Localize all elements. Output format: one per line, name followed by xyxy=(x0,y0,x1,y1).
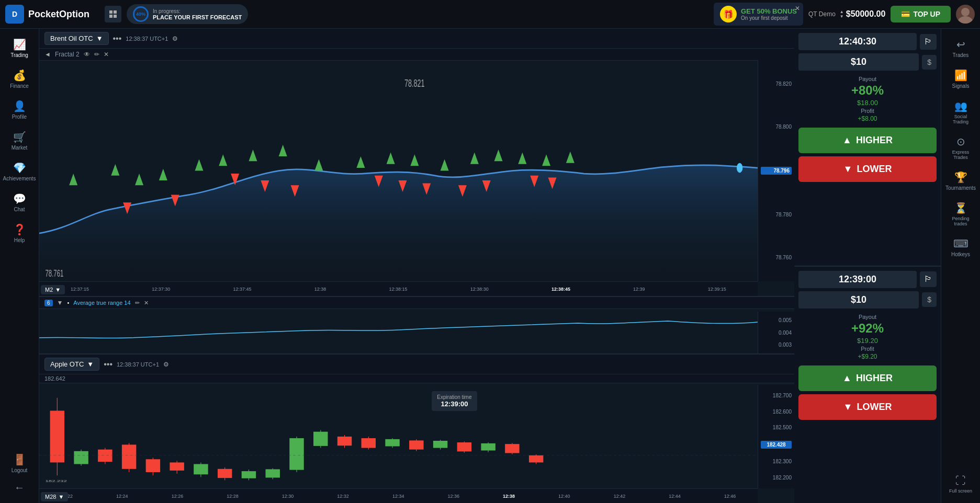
chart2-more-button[interactable]: ••• xyxy=(104,360,112,369)
time5: 12:38:15 xyxy=(389,287,407,292)
higher1-label: HIGHER xyxy=(856,135,893,146)
chart2-p3: 182.500 xyxy=(761,425,792,430)
fullscreen-icon: ⛶ xyxy=(955,475,966,487)
ch2-t9: 12:38 xyxy=(503,494,515,499)
indicator-collapse-btn[interactable]: ◄ xyxy=(44,51,51,58)
svg-marker-14 xyxy=(249,150,257,161)
svg-marker-21 xyxy=(470,153,479,164)
atr-toolbar: 6 ▼ • Average true range 14 ✏ ✕ xyxy=(39,297,794,309)
trade2-currency-btn[interactable]: $ xyxy=(922,292,937,307)
sidebar-item-pending-trades[interactable]: ⏳ Pending trades xyxy=(944,198,978,231)
sidebar-item-logout[interactable]: 🚪 Logout xyxy=(3,449,37,477)
expiration-tooltip: Expiration time 12:39:00 xyxy=(432,391,477,411)
sidebar-item-market[interactable]: 🛒 Market xyxy=(3,127,37,155)
trade1-lower-btn[interactable]: ▼ LOWER xyxy=(798,156,937,182)
svg-rect-56 xyxy=(218,469,232,478)
time3: 12:37:45 xyxy=(233,287,252,292)
trade2-flag-btn[interactable]: 🏳 xyxy=(920,271,937,287)
time9: 12:39:15 xyxy=(708,287,726,292)
chart1-settings-icon[interactable]: ⚙ xyxy=(172,35,178,42)
chart2-canvas: 182.232 xyxy=(39,385,758,488)
higher2-label: HIGHER xyxy=(856,373,893,384)
trade1-higher-btn[interactable]: ▲ HIGHER xyxy=(798,128,937,153)
fullscreen-label: Full screen xyxy=(949,488,972,494)
trade2-payout-amount: $19.20 xyxy=(857,337,878,345)
pending-trades-label: Pending trades xyxy=(947,216,975,226)
bonus-close-button[interactable]: ✕ xyxy=(795,5,800,12)
svg-marker-16 xyxy=(314,159,323,170)
sidebar-item-hotkeys[interactable]: ⌨ Hotkeys xyxy=(944,233,978,261)
lower2-icon: ▼ xyxy=(843,402,853,413)
profile-label: Profile xyxy=(12,114,27,120)
bonus-banner: 🎁 GET 50% BONUS On your first deposit ✕ xyxy=(714,3,803,26)
ch2-t10: 12:40 xyxy=(558,494,570,499)
sidebar-item-finance[interactable]: 💰 Finance xyxy=(3,65,37,93)
trade-panel-2: 12:39:00 🏳 $10 $ Payout +92% $19.20 Prof… xyxy=(794,267,941,504)
chart1-panel: Brent Oil OTC ▼ ••• 12:38:37 UTC+1 ⚙ ◄ F… xyxy=(39,29,794,297)
sidebar-item-signals[interactable]: 📶 Signals xyxy=(944,65,978,93)
chart2-panel: Apple OTC ▼ ••• 12:38:37 UTC+1 ⚙ 182.642 xyxy=(39,355,794,503)
sidebar-item-achievements[interactable]: 💎 Achievements xyxy=(3,157,37,186)
indicator-visibility-icon[interactable]: 👁 xyxy=(84,51,90,58)
sidebar-item-express-trades[interactable]: ⊙ Express Trades xyxy=(944,131,978,164)
trades-icon: ↩ xyxy=(956,38,965,51)
atr-price-scale: 0.005 0.004 0.003 xyxy=(758,312,794,353)
svg-rect-4 xyxy=(109,15,112,18)
tournaments-icon: 🏆 xyxy=(954,171,967,184)
topup-button[interactable]: 💳 TOP UP xyxy=(891,6,951,22)
chart2-settings-icon[interactable]: ⚙ xyxy=(163,361,169,368)
trade1-flag-btn[interactable]: 🏳 xyxy=(920,34,937,50)
trade1-time-row: 12:40:30 🏳 xyxy=(798,33,937,50)
svg-rect-48 xyxy=(122,445,136,469)
chart2-timeframe-btn[interactable]: M28 ▼ xyxy=(41,492,68,501)
atr-delete-icon[interactable]: ✕ xyxy=(144,300,149,306)
sidebar-item-fullscreen[interactable]: ⛶ Full screen xyxy=(944,471,978,498)
hotkeys-icon: ⌨ xyxy=(953,237,968,250)
sidebar-item-profile[interactable]: 👤 Profile xyxy=(3,96,37,124)
trade2-lower-btn[interactable]: ▼ LOWER xyxy=(798,394,937,420)
chart2-asset-name: Apple OTC xyxy=(50,360,84,368)
timeframe-btn[interactable]: M2 ▼ xyxy=(41,285,65,294)
time7: 12:38:45 xyxy=(551,287,570,292)
sidebar-item-social-trading[interactable]: 👥 Social Trading xyxy=(944,96,978,129)
trade2-time-row: 12:39:00 🏳 xyxy=(798,271,937,288)
svg-rect-60 xyxy=(265,470,279,478)
sidebar-item-chat[interactable]: 💬 Chat xyxy=(3,188,37,216)
sidebar-item-help[interactable]: ❓ Help xyxy=(3,219,37,247)
finance-label: Finance xyxy=(10,83,29,89)
atr-price-1: 0.005 xyxy=(761,317,792,323)
trade2-higher-btn[interactable]: ▲ HIGHER xyxy=(798,365,937,391)
indicator-edit-icon[interactable]: ✏ xyxy=(94,51,99,58)
sidebar-item-trading[interactable]: 📈 Trading xyxy=(3,34,37,62)
sidebar-item-trades[interactable]: ↩ Trades xyxy=(944,34,978,62)
svg-rect-42 xyxy=(50,411,64,463)
lower1-icon: ▼ xyxy=(843,164,853,175)
trade1-amount[interactable]: $10 xyxy=(798,53,919,71)
atr-collapse-btn[interactable]: ▼ xyxy=(57,299,63,306)
chart1-more-button[interactable]: ••• xyxy=(113,34,122,43)
indicator-delete-icon[interactable]: ✕ xyxy=(104,51,109,58)
atr-badge: 6 xyxy=(44,300,53,306)
chart2-asset-selector[interactable]: Apple OTC ▼ xyxy=(44,358,99,371)
svg-marker-23 xyxy=(518,153,526,164)
svg-rect-54 xyxy=(194,464,208,475)
logout-label: Logout xyxy=(12,467,28,473)
sidebar-item-arrow[interactable]: ← xyxy=(3,477,37,498)
higher1-icon: ▲ xyxy=(842,135,852,146)
sidebar-item-tournaments[interactable]: 🏆 Tournaments xyxy=(944,167,978,195)
avatar[interactable] xyxy=(956,5,975,24)
expiration-label: Expiration time xyxy=(437,394,471,400)
chart2-timeframe: M28 ▼ xyxy=(39,490,70,503)
progress-pct: 40% xyxy=(136,12,145,17)
atr-edit-icon[interactable]: ✏ xyxy=(135,300,140,306)
grid-button[interactable] xyxy=(105,6,121,22)
chart1-asset-selector[interactable]: Brent Oil OTC ▼ xyxy=(44,32,109,45)
price-label-4: 78.760 xyxy=(761,255,792,260)
svg-marker-24 xyxy=(542,154,550,166)
time8: 12:39 xyxy=(633,287,645,292)
atr-svg xyxy=(39,312,758,353)
trade1-payout-percent: +80% xyxy=(851,83,884,98)
express-trades-label: Express Trades xyxy=(947,150,975,160)
trade2-amount[interactable]: $10 xyxy=(798,291,919,308)
trade1-currency-btn[interactable]: $ xyxy=(922,55,937,70)
